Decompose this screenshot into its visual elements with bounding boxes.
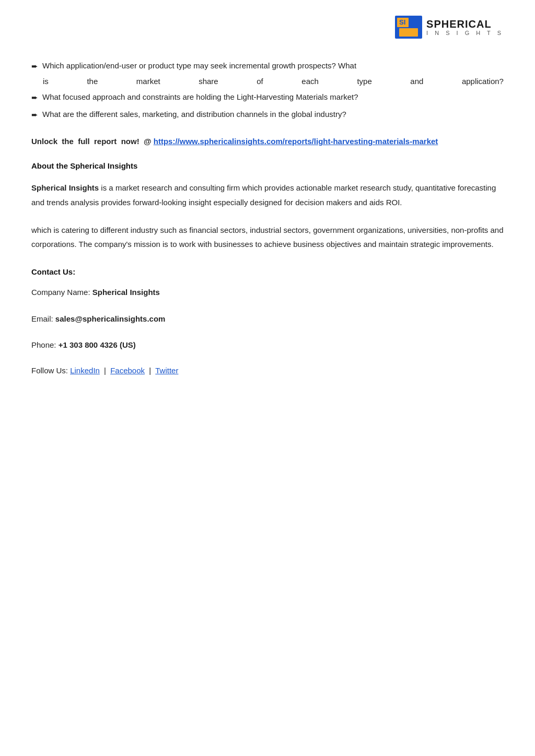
about-brand-name: Spherical Insights bbox=[31, 183, 99, 192]
bullet-text-1: Which application/end-user or product ty… bbox=[42, 60, 504, 72]
about-paragraph-1-text: is a market research and consulting firm… bbox=[31, 183, 496, 207]
company-value: Spherical Insights bbox=[92, 288, 160, 297]
facebook-link[interactable]: Facebook bbox=[110, 366, 145, 375]
bullet-text-3: What are the different sales, marketing,… bbox=[42, 108, 504, 121]
about-paragraph-1: Spherical Insights is a market research … bbox=[31, 181, 504, 210]
svg-rect-2 bbox=[399, 28, 418, 37]
email-label: Email: bbox=[31, 314, 55, 323]
company-label: Company Name: bbox=[31, 288, 92, 297]
phone-label: Phone: bbox=[31, 340, 59, 349]
bullet-item-1: ➨ Which application/end-user or product … bbox=[31, 60, 504, 73]
bullet-arrow-1: ➨ bbox=[31, 60, 38, 73]
justified-line: is the market share of each type and app… bbox=[31, 77, 504, 86]
phone-value: +1 303 800 4326 (US) bbox=[59, 340, 136, 349]
email-value: sales@sphericalinsights.com bbox=[55, 314, 166, 323]
logo-text-block: SPHERICAL I N S I G H T S bbox=[426, 18, 504, 36]
unlock-section: Unlock the full report now! @ https://ww… bbox=[31, 137, 504, 146]
separator-1: | bbox=[104, 366, 108, 375]
justified-word-each: each bbox=[301, 77, 319, 86]
logo-spherical-text: SPHERICAL bbox=[426, 18, 504, 30]
about-paragraph-2: which is catering to different industry … bbox=[31, 223, 504, 252]
bullet-item-3: ➨ What are the different sales, marketin… bbox=[31, 108, 504, 121]
contact-section: Contact Us: Company Name: Spherical Insi… bbox=[31, 267, 504, 375]
justified-word-is: is bbox=[43, 77, 49, 86]
bullet-item-2: ➨ What focused approach and constraints … bbox=[31, 91, 504, 104]
twitter-link[interactable]: Twitter bbox=[155, 366, 178, 375]
justified-word-share: share bbox=[199, 77, 218, 86]
bullet-section: ➨ Which application/end-user or product … bbox=[31, 60, 504, 121]
logo-container: SI SPHERICAL I N S I G H T S bbox=[395, 16, 504, 39]
separator-2: | bbox=[149, 366, 153, 375]
follow-label: Follow Us: bbox=[31, 366, 70, 375]
about-section: About the Spherical Insights Spherical I… bbox=[31, 161, 504, 252]
justified-word-market: market bbox=[136, 77, 160, 86]
follow-section: Follow Us: LinkedIn | Facebook | Twitter bbox=[31, 366, 504, 375]
about-heading: About the Spherical Insights bbox=[31, 161, 504, 170]
contact-heading: Contact Us: bbox=[31, 267, 504, 276]
unlock-link[interactable]: https://www.sphericalinsights.com/report… bbox=[154, 137, 438, 146]
page-container: SI SPHERICAL I N S I G H T S ➨ Which app… bbox=[0, 0, 535, 756]
spherical-insights-logo-icon: SI bbox=[395, 16, 422, 39]
justified-word-type: type bbox=[357, 77, 371, 86]
linkedin-link[interactable]: LinkedIn bbox=[70, 366, 100, 375]
logo-insights-text: I N S I G H T S bbox=[426, 30, 504, 36]
svg-text:SI: SI bbox=[399, 18, 405, 26]
contact-phone: Phone: +1 303 800 4326 (US) bbox=[31, 339, 504, 351]
logo-area: SI SPHERICAL I N S I G H T S bbox=[31, 16, 504, 39]
justified-word-application: application? bbox=[462, 77, 504, 86]
unlock-label: Unlock the full report now! @ bbox=[31, 137, 154, 146]
justified-word-the: the bbox=[87, 77, 98, 86]
bullet-text-2: What focused approach and constraints ar… bbox=[42, 91, 504, 103]
justified-word-and: and bbox=[410, 77, 423, 86]
justified-word-of: of bbox=[257, 77, 263, 86]
bullet-arrow-2: ➨ bbox=[31, 91, 38, 104]
contact-company: Company Name: Spherical Insights bbox=[31, 287, 504, 299]
bullet-arrow-3: ➨ bbox=[31, 109, 38, 121]
contact-email: Email: sales@sphericalinsights.com bbox=[31, 313, 504, 325]
